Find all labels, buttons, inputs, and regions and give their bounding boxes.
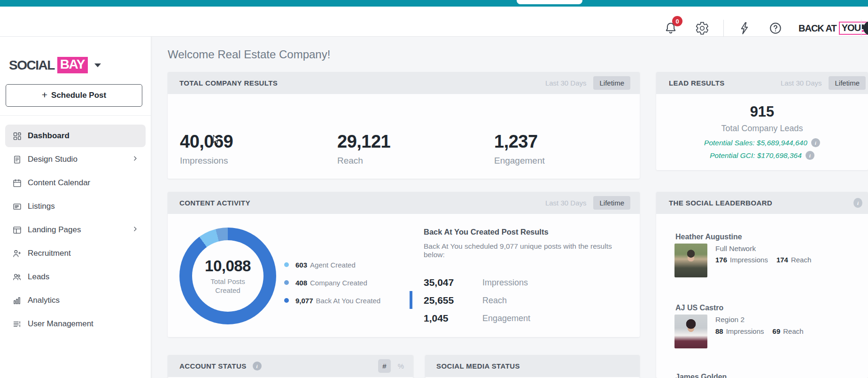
sidebar-item-label: Landing Pages — [28, 225, 81, 235]
lightning-icon — [737, 21, 752, 35]
stat-label: Impressions — [180, 156, 233, 166]
stat-value: 29,121 — [337, 132, 390, 151]
sidebar-divider — [0, 115, 151, 116]
legend-dot — [284, 298, 289, 303]
bar-chart-icon — [12, 296, 22, 306]
sidebar-item-leads[interactable]: Leads — [5, 266, 146, 288]
legend-dot — [284, 280, 289, 285]
stat-impressions: 40,069 Impressions — [180, 132, 233, 166]
donut-legend: 603 Agent Created 408 Company Created 9,… — [284, 259, 380, 313]
section-subtext: Back At You scheduled 9,077 unique posts… — [424, 242, 630, 259]
info-icon[interactable]: i — [811, 138, 820, 147]
stat-value: 40,069 — [180, 132, 233, 151]
legend-label: Company Created — [310, 279, 367, 287]
agent-scope: Full Network — [715, 244, 756, 253]
potential-sales-row: Potential Sales: $5,689,944,640 i — [704, 138, 820, 147]
settings-button[interactable] — [695, 21, 709, 35]
created-post-results: Back At You Created Post Results Back At… — [424, 228, 630, 329]
top-notch — [517, 0, 582, 4]
sidebar-item-dashboard[interactable]: Dashboard — [5, 125, 146, 147]
sidebar-item-label: User Management — [28, 319, 93, 329]
donut-center: 10,088 Total Posts Created — [192, 240, 264, 312]
total-company-leads-value: 915 — [750, 103, 775, 120]
stat-value: 1,237 — [494, 132, 545, 151]
lead-results-body: 915 Total Company Leads Potential Sales:… — [656, 94, 868, 160]
total-company-results-card: TOTAL COMPANY RESULTS Last 30 Days Lifet… — [168, 72, 640, 179]
stat-engagement: 1,237 Engagement — [494, 132, 545, 166]
sidebar-item-label: Dashboard — [28, 131, 70, 141]
toggle-last-30-days[interactable]: Last 30 Days — [781, 79, 822, 87]
sidebar-item-design-studio[interactable]: Design Studio — [5, 148, 146, 171]
sidebar-item-listings[interactable]: Listings — [5, 195, 146, 218]
toggle-last-30-days[interactable]: Last 30 Days — [545, 79, 587, 87]
agent-name: AJ US Castro — [675, 304, 723, 312]
legend-row-back-at-you-created: 9,077 Back At You Created — [284, 295, 380, 306]
stat-label: Reach — [337, 156, 390, 166]
stat-row-engagement: 1,045 Engagement — [424, 311, 630, 325]
card-title: SOCIAL MEDIA STATUS — [436, 362, 520, 370]
card-header: ACCOUNT STATUS i # % — [168, 355, 413, 377]
legend-number: 603 — [295, 261, 307, 269]
lead-results-card: LEAD RESULTS Last 30 Days Lifetime 915 T… — [656, 72, 868, 170]
help-button[interactable] — [768, 21, 783, 35]
sidebar-item-label: Design Studio — [28, 155, 78, 164]
stat-row-impressions: 35,047 Impressions — [424, 276, 630, 290]
chevron-right-icon — [132, 225, 139, 235]
plus-icon: + — [42, 89, 47, 101]
sidebar-item-user-management[interactable]: User Management — [5, 313, 146, 335]
card-header: TOTAL COMPANY RESULTS Last 30 Days Lifet… — [168, 72, 640, 94]
created-post-stats: 35,047 Impressions 25,655 Reach 1,045 En… — [424, 276, 630, 325]
legend-number: 9,077 — [295, 297, 313, 305]
section-heading: Back At You Created Post Results — [424, 228, 630, 236]
info-icon[interactable]: i — [253, 362, 262, 370]
agent-stats: 88 Impressions 69 Reach — [715, 327, 804, 335]
gear-icon — [695, 21, 709, 35]
quick-actions-button[interactable] — [737, 21, 752, 35]
card-title: ACCOUNT STATUS — [179, 362, 247, 370]
design-studio-icon — [12, 155, 22, 165]
avatar — [674, 315, 707, 348]
avatar — [674, 244, 707, 277]
sidebar-item-landing-pages[interactable]: Landing Pages — [5, 219, 146, 241]
card-title: TOTAL COMPANY RESULTS — [179, 79, 278, 87]
stat-value: 35,047 — [424, 277, 482, 288]
sidebar-item-label: Analytics — [28, 296, 60, 305]
stat-row-reach: 25,655 Reach — [424, 293, 630, 307]
toggle-percent[interactable]: % — [398, 362, 404, 370]
social-bay-brand-switcher[interactable]: SOCIAL BAY — [9, 57, 101, 73]
toggle-number[interactable]: # — [378, 359, 390, 373]
social-leaderboard-card: THE SOCIAL LEADERBOARD i Heather Augusti… — [656, 192, 868, 378]
page-title: Welcome Real Estate Company! — [168, 48, 330, 61]
legend-label: Back At You Created — [316, 297, 381, 305]
toggle-lifetime[interactable]: Lifetime — [829, 76, 866, 90]
stat-label: Engagement — [494, 156, 545, 166]
card-header: SOCIAL MEDIA STATUS — [425, 355, 640, 377]
back-at-you-logo[interactable]: BACK AT YOU — [798, 21, 867, 36]
accent-bar — [410, 291, 412, 309]
legend-dot — [284, 262, 289, 267]
donut-chart: 10,088 Total Posts Created — [179, 228, 276, 324]
stat-reach: 29,121 Reach — [337, 132, 390, 166]
sidebar-item-label: Leads — [28, 272, 49, 282]
social-media-status-card: SOCIAL MEDIA STATUS — [425, 355, 640, 378]
info-icon[interactable]: i — [853, 198, 862, 208]
card-header: THE SOCIAL LEADERBOARD i — [656, 192, 868, 214]
agent-scope: Region 2 — [715, 315, 744, 324]
card-header: CONTENT ACTIVITY Last 30 Days Lifetime — [168, 192, 640, 214]
logo-text-back-at: BACK AT — [798, 23, 837, 34]
info-icon[interactable]: i — [806, 151, 814, 160]
sidebar-item-recruitment[interactable]: Recruitment — [5, 242, 146, 265]
toggle-lifetime[interactable]: Lifetime — [593, 76, 630, 90]
toggle-last-30-days[interactable]: Last 30 Days — [545, 199, 587, 207]
schedule-post-button[interactable]: + Schedule Post — [6, 84, 142, 107]
stat-label: Engagement — [482, 314, 530, 323]
logo-text-bay: BAY — [57, 57, 88, 73]
total-posts-label: Total Posts Created — [210, 277, 245, 295]
stat-label: Impressions — [482, 278, 528, 288]
sidebar-item-analytics[interactable]: Analytics — [5, 289, 146, 312]
sidebar-item-content-calendar[interactable]: Content Calendar — [5, 172, 146, 194]
card-title: CONTENT ACTIVITY — [179, 199, 250, 207]
landing-pages-icon — [12, 225, 22, 235]
help-icon — [768, 21, 783, 35]
toggle-lifetime[interactable]: Lifetime — [593, 196, 630, 210]
